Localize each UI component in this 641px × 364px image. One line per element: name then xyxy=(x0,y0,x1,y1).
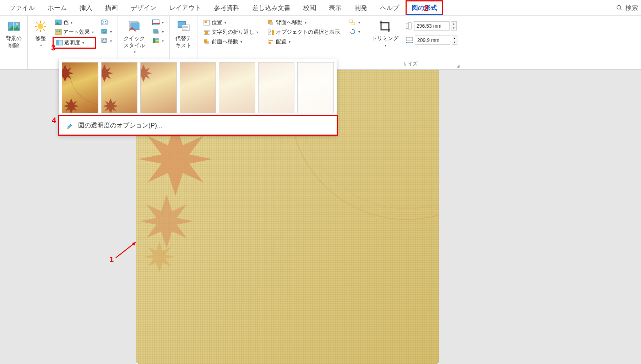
width-value[interactable]: 209.9 mm xyxy=(415,36,450,45)
spin-down[interactable]: ▾ xyxy=(451,26,456,30)
position-button[interactable]: 位置▾ xyxy=(201,18,260,27)
svg-rect-64 xyxy=(406,37,413,41)
tab-review[interactable]: 校閲 xyxy=(297,0,322,16)
svg-rect-57 xyxy=(350,20,353,23)
search[interactable]: 検索 xyxy=(616,4,638,12)
svg-rect-40 xyxy=(205,21,207,23)
compress-pictures-button[interactable] xyxy=(99,18,114,27)
spin-up[interactable]: ▴ xyxy=(451,22,456,26)
annotation-arrow xyxy=(114,239,139,259)
artistic-effects-button[interactable]: アート効果 ▾ xyxy=(53,27,96,37)
selection-pane-button[interactable]: オブジェクトの選択と表示 xyxy=(265,27,342,37)
rotate-button[interactable]: ▾ xyxy=(347,27,362,36)
width-icon xyxy=(406,37,413,44)
chevron-down-icon: ▾ xyxy=(134,50,136,54)
height-icon xyxy=(406,22,413,30)
transparency-label: 透明度 xyxy=(64,39,80,46)
reset-picture-icon xyxy=(101,38,108,44)
tab-mailings[interactable]: 差し込み文書 xyxy=(246,0,297,16)
svg-rect-58 xyxy=(352,22,355,25)
change-picture-button[interactable]: ▾ xyxy=(99,27,114,36)
tab-view[interactable]: 表示 xyxy=(322,0,348,16)
crop-button[interactable]: トリミング ▾ xyxy=(370,18,401,49)
chevron-down-icon: ▾ xyxy=(358,30,360,34)
tab-insert[interactable]: 挿入 xyxy=(73,0,99,16)
tab-file[interactable]: ファイル xyxy=(3,0,41,16)
corrections-icon xyxy=(33,19,48,33)
color-button[interactable]: 色 ▾ xyxy=(53,18,96,27)
text-wrap-label: 文字列の折り返し xyxy=(212,29,254,36)
spin-down[interactable]: ▾ xyxy=(452,40,457,44)
quick-styles-button[interactable]: クイックスタイル ▾ xyxy=(121,18,147,55)
picture-effects-icon xyxy=(152,28,160,35)
svg-rect-19 xyxy=(59,31,60,32)
transparency-preset-0[interactable] xyxy=(62,62,98,113)
chevron-down-icon: ▾ xyxy=(224,21,226,25)
svg-rect-28 xyxy=(153,20,159,25)
tab-design[interactable]: デザイン xyxy=(124,0,163,16)
svg-rect-31 xyxy=(153,38,156,43)
svg-marker-63 xyxy=(406,28,408,29)
tab-references[interactable]: 参考資料 xyxy=(207,0,246,16)
transparency-icon xyxy=(56,40,63,46)
picture-border-button[interactable]: ▾ xyxy=(150,18,166,27)
position-label: 位置 xyxy=(212,19,222,26)
remove-background-button[interactable]: 背景の削除 xyxy=(4,18,24,50)
chevron-down-icon: ▾ xyxy=(240,40,242,44)
text-wrap-button[interactable]: 文字列の折り返し▾ xyxy=(201,27,260,37)
svg-rect-18 xyxy=(56,31,58,32)
tab-draw[interactable]: 描画 xyxy=(99,0,124,16)
selection-pane-icon xyxy=(267,29,275,36)
picture-layout-button[interactable]: ▾ xyxy=(150,36,166,45)
bring-forward-button[interactable]: 前面へ移動▾ xyxy=(201,37,260,47)
svg-rect-49 xyxy=(204,39,207,43)
svg-rect-55 xyxy=(269,40,273,41)
spin-up[interactable]: ▴ xyxy=(452,36,457,40)
crop-icon xyxy=(378,19,392,33)
tab-layout[interactable]: レイアウト xyxy=(163,0,207,16)
send-backward-button[interactable]: 背面へ移動▾ xyxy=(265,18,342,27)
reset-picture-button[interactable]: ▾ xyxy=(99,36,114,45)
tab-home[interactable]: ホーム xyxy=(41,0,73,16)
transparency-options-menu-item[interactable]: 図の透明度のオプション(P)... xyxy=(58,115,338,136)
transparency-preset-4[interactable] xyxy=(219,62,255,113)
color-label: 色 xyxy=(63,19,69,26)
height-value[interactable]: 296.53 mm xyxy=(414,21,450,31)
transparency-presets-row xyxy=(59,59,337,116)
height-input[interactable]: 296.53 mm ▴▾ xyxy=(406,21,457,31)
size-dialog-launcher[interactable]: ◢ xyxy=(457,64,460,68)
svg-rect-32 xyxy=(156,38,159,40)
transparency-preset-3[interactable] xyxy=(180,62,216,113)
tab-help[interactable]: ヘルプ xyxy=(374,0,406,16)
chevron-down-icon: ▾ xyxy=(40,43,42,47)
picture-layout-icon xyxy=(152,38,160,44)
corrections-button[interactable]: 修整 ▾ xyxy=(31,18,50,49)
svg-point-4 xyxy=(16,23,18,25)
align-button[interactable]: 配置▾ xyxy=(265,37,342,47)
svg-line-73 xyxy=(116,242,136,258)
transparency-options-icon xyxy=(66,121,74,129)
group-size: トリミング ▾ 296.53 mm ▴▾ 209.9 mm ▴▾ サイズ ◢ xyxy=(366,16,461,69)
alt-text-button[interactable]: 代替テキスト xyxy=(173,18,194,50)
send-backward-icon xyxy=(267,20,275,26)
alt-text-l1: 代替テ xyxy=(175,35,191,41)
svg-marker-66 xyxy=(406,42,407,43)
selection-pane-label: オブジェクトの選択と表示 xyxy=(276,29,340,36)
transparency-preset-2[interactable] xyxy=(140,62,177,113)
tab-developer[interactable]: 開発 xyxy=(348,0,374,16)
group-objects-button[interactable]: ▾ xyxy=(347,18,362,27)
svg-line-11 xyxy=(36,22,38,23)
transparency-preset-5[interactable] xyxy=(258,62,295,113)
transparency-preset-6[interactable] xyxy=(297,62,334,113)
chevron-down-icon: ▾ xyxy=(110,39,112,43)
position-icon xyxy=(203,20,210,26)
alt-text-l2: キスト xyxy=(175,42,191,48)
transparency-button[interactable]: 透明度 ▾ xyxy=(53,37,96,49)
transparency-preset-1[interactable] xyxy=(101,62,138,113)
remove-bg-label2: 削除 xyxy=(9,42,19,48)
send-backward-label: 背面へ移動 xyxy=(276,19,303,26)
width-input[interactable]: 209.9 mm ▴▾ xyxy=(406,36,457,45)
chevron-down-icon: ▾ xyxy=(110,30,112,34)
chevron-down-icon: ▾ xyxy=(162,30,164,34)
picture-effects-button[interactable]: ▾ xyxy=(150,27,166,36)
